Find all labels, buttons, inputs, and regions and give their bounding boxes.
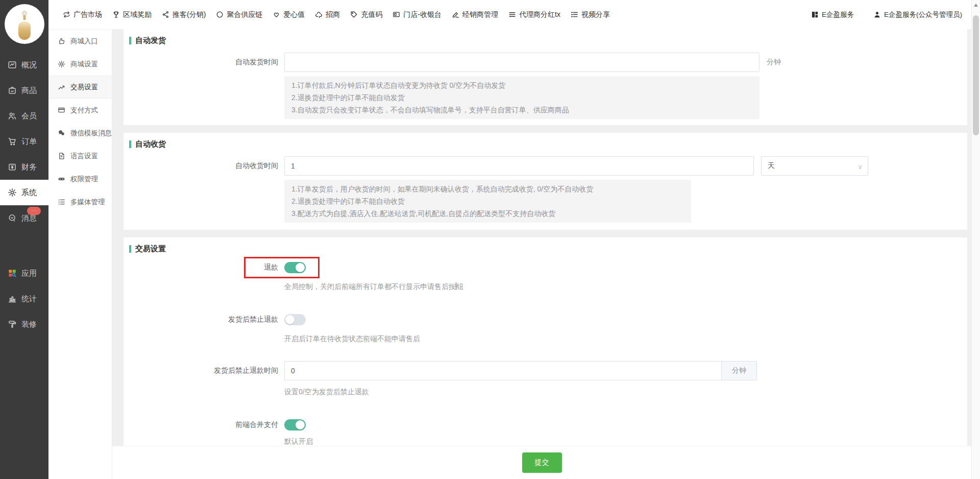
content-row: 商城入口 商城设置 交易设置 支付方式 微信模板消息 [48,29,980,479]
share-icon [162,11,169,18]
sidebar-item-label: 统计 [21,294,37,304]
submenu-label: 微信模板消息 [70,129,112,138]
perfume-bottle-logo-image [18,8,31,40]
submit-bar: 提交 [112,446,971,479]
account-menu[interactable]: E企盈服务(公众号管理员) [873,10,962,19]
auto-delivery-time-unit: 分钟 [767,58,781,67]
thumb-up-icon [58,37,65,45]
submenu-item-language-settings[interactable]: 语言设置 [48,145,112,167]
forbid-refund-toggle-row: 发货后禁止退款 [124,314,967,325]
top-bar: 广告市场 区域奖励 推客(分销) 聚合供应链 爱心值 [48,0,980,29]
topnav-item-distributor[interactable]: 推客(分销) [162,10,206,19]
sidebar-item-orders[interactable]: 订单 [0,129,48,154]
scrollbar-thumb[interactable] [973,15,979,135]
refund-toggle[interactable] [284,262,306,273]
trade-settings-card: 交易设置 退款 全局控制，关闭后前端所有订单都不行显示申请售后按钮 发货后禁止退… [124,237,967,451]
scrollbar[interactable] [971,0,980,479]
auto-receive-card: 自动收货 自动收货时间 天 ∨ 1.订单发货后，用户收货的时间，如果在期间未确认… [124,133,967,230]
user-icon [873,11,881,18]
sidebar-item-members[interactable]: 会员 [0,103,48,129]
merge-pay-toggle-row: 前端合并支付 [124,419,967,430]
refund-help-before: 全局控制，关闭后前端所有订单都不行显示申请售后按 [284,282,456,291]
submenu-item-privilege-manage[interactable]: 权限管理 [48,167,112,190]
topnav-item-love-value[interactable]: 爱心值 [273,10,305,19]
topnav-label: 广告市场 [74,10,102,19]
sidebar-item-overview[interactable]: 概况 [0,52,48,78]
topnav-label: 推客(分销) [173,10,206,19]
trade-settings-header: 交易设置 [124,244,967,254]
auto-delivery-time-label: 自动发货时间 [124,58,284,67]
topnav-item-region-reward[interactable]: 区域奖励 [112,10,152,19]
merge-pay-toggle[interactable] [284,419,306,430]
merge-pay-help-text: 默认开启 [284,437,967,446]
loop-arrows-icon [63,11,70,18]
sidebar-item-finance[interactable]: 财务 [0,154,48,180]
auto-delivery-time-input[interactable] [284,53,760,72]
credit-card-icon [58,106,65,114]
topnav-label: 区域奖励 [123,10,152,19]
sidebar-item-label: 订单 [21,137,37,147]
topnav-label: 视频分享 [581,10,610,19]
forbid-refund-time-unit: 分钟 [722,361,757,380]
topnav-item-supply-chain[interactable]: 聚合供应链 [216,10,262,19]
scrollbar-up-arrow[interactable] [974,4,978,7]
goods-bag-icon [8,86,17,95]
auto-delivery-notes: 1.订单付款后,N分钟后订单状态自动变更为待收货 0/空为不自动发货 2.退换货… [284,76,760,119]
refund-toggle-row: 退款 [124,262,967,273]
forbid-refund-time-help-text: 设置0/空为发货后禁止退款 [284,388,967,397]
submenu-label: 多媒体管理 [70,198,105,207]
sidebar-item-label: 装修 [21,320,37,329]
topnav-item-agent-dividend[interactable]: 代理商分红tx [508,10,560,19]
topnav-label: 代理商分红tx [519,10,560,19]
submenu-label: 权限管理 [70,175,98,184]
trade-arrow-icon [58,83,65,91]
members-icon [8,111,17,121]
submenu-item-mall-settings[interactable]: 商城设置 [48,53,112,76]
sidebar-item-messages[interactable]: 消息 ... [0,205,48,231]
message-bubble-icon [8,213,17,223]
submenu-label: 语言设置 [70,152,98,161]
circle-icon [216,11,224,18]
topnav-item-ad-market[interactable]: 广告市场 [63,10,102,19]
topnav-item-investment[interactable]: 招商 [315,10,340,19]
sidebar-item-decorate[interactable]: 装修 [0,312,48,337]
sidebar-item-label: 应用 [21,269,37,278]
wechat-icon [58,129,65,137]
topnav-item-recharge-code[interactable]: 充值码 [350,10,382,19]
submenu-item-payment-method[interactable]: 支付方式 [48,99,112,122]
note-line: 3.配送方式为自提,酒店入住,配送站送货,司机配送,自提点的配送类型不支持自动收… [291,207,684,220]
sidebar-item-label: 系统 [21,188,37,198]
section-title: 交易设置 [135,244,166,254]
auto-receive-time-label: 自动收货时间 [124,161,284,171]
brand-logo[interactable] [5,4,44,44]
mask-icon [58,175,65,183]
order-cart-icon [8,137,17,146]
account-label: E企盈服务(公众号管理员) [884,10,962,19]
sidebar-item-goods[interactable]: 商品 [0,78,48,103]
forbid-refund-time-input[interactable] [284,361,722,380]
submenu-item-media-manage[interactable]: 多媒体管理 [48,190,112,213]
submenu-item-mall-entry[interactable]: 商城入口 [48,30,112,53]
auto-receive-time-input[interactable] [284,156,754,176]
forbid-refund-toggle[interactable] [284,314,306,325]
sidebar-item-apps[interactable]: 应用 [0,260,48,286]
auto-delivery-header: 自动发货 [124,35,967,45]
sidebar-item-system[interactable]: 系统 [0,180,48,205]
topnav-item-store-pos[interactable]: 门店-收银台 [393,10,442,19]
section-accent-bar [129,245,131,253]
settings-main: 自动发货 自动发货时间 分钟 1.订单付款后,N分钟后订单状态自动变更为待收货 … [112,29,980,479]
service-menu[interactable]: E企盈服务 [811,10,854,19]
submit-button[interactable]: 提交 [522,452,562,473]
submenu-item-wechat-template[interactable]: 微信模板消息 [48,122,112,145]
recycle-icon [315,11,323,18]
note-line: 3.自动发货只会改变订单状态，不会自动填写物流单号，支持平台自营订单、供应商商品 [291,104,752,116]
list-icon [571,11,578,18]
auto-receive-unit-select[interactable]: 天 ∨ [761,156,868,176]
topnav-item-video-share[interactable]: 视频分享 [571,10,610,19]
topnav-label: 门店-收银台 [403,10,442,19]
topnav-item-dealer-manage[interactable]: 经销商管理 [452,10,498,19]
submenu-item-trade-settings[interactable]: 交易设置 [48,76,112,99]
sidebar-item-stats[interactable]: 统计 [0,286,48,312]
heart-icon [273,11,280,18]
service-label: E企盈服务 [822,10,854,19]
